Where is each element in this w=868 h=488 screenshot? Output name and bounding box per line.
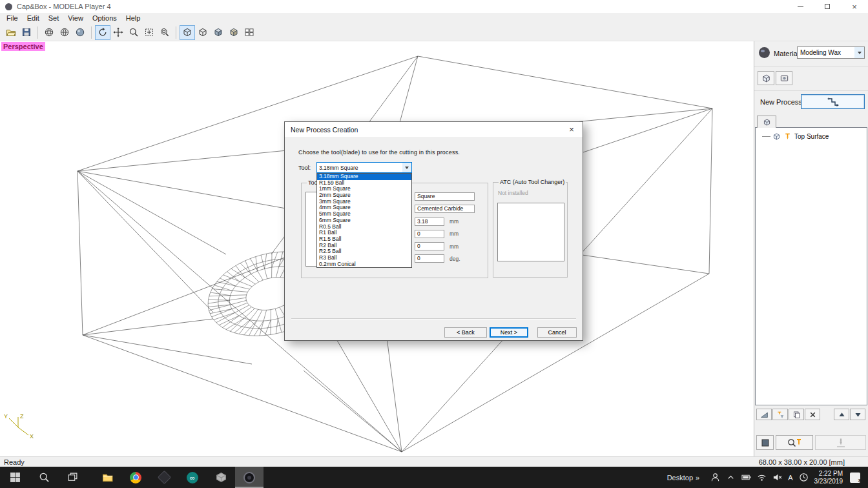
surface-ramp-button[interactable] xyxy=(756,409,772,420)
open-file-button[interactable] xyxy=(3,25,19,40)
show-hidden-icons-chevron[interactable] xyxy=(726,473,736,482)
spec-field[interactable]: 0 xyxy=(415,230,444,238)
menu-view[interactable]: View xyxy=(63,13,88,24)
cube-hidden-line-button[interactable] xyxy=(195,25,211,40)
desktop-label: Desktop xyxy=(667,474,693,482)
move-up-button[interactable] xyxy=(834,409,849,420)
overflow-chevron: » xyxy=(696,474,699,482)
taskbar-browser[interactable] xyxy=(121,467,150,488)
system-tray: Desktop » A 2:22 PM 3/23/2019 3 xyxy=(667,467,868,488)
unit-label: mm xyxy=(450,230,459,237)
clock-icon[interactable] xyxy=(799,473,809,482)
close-button[interactable]: × xyxy=(841,0,868,13)
toolpath-icon xyxy=(827,97,840,107)
taskbar-clock[interactable]: 2:22 PM 3/23/2019 xyxy=(814,470,843,485)
four-view-layout-button[interactable] xyxy=(242,25,257,40)
process-tab[interactable] xyxy=(757,116,776,128)
cube-textured-button[interactable] xyxy=(226,25,242,40)
cancel-button[interactable]: Cancel xyxy=(537,327,577,338)
new-process-dialog: New Process Creation × Choose the tool(b… xyxy=(284,121,583,341)
minimize-icon xyxy=(798,6,803,7)
action-center-button[interactable]: 3 xyxy=(849,471,862,484)
rotate-view-button[interactable] xyxy=(95,25,110,40)
spec-row: 3.18mm xyxy=(415,218,475,226)
delete-process-button[interactable] xyxy=(805,409,820,420)
start-button[interactable] xyxy=(0,467,30,488)
menu-file[interactable]: File xyxy=(2,13,23,24)
pan-view-button[interactable] xyxy=(110,25,126,40)
hidden-line-view-button[interactable] xyxy=(57,25,72,40)
taskbar-app-2[interactable]: ∞ xyxy=(178,467,207,488)
volume-muted-icon[interactable] xyxy=(772,473,782,482)
material-label: Material xyxy=(774,50,799,57)
tool-option[interactable]: 0.2mm Conical xyxy=(317,261,411,268)
modela-player-icon xyxy=(243,472,255,483)
taskbar-app-3[interactable] xyxy=(207,467,235,488)
save-button[interactable] xyxy=(19,25,34,40)
tree-branch xyxy=(762,136,770,137)
task-view-button[interactable] xyxy=(58,467,87,488)
cube-hidden-line-icon xyxy=(198,27,208,37)
material-dropdown[interactable]: Modeling Wax xyxy=(797,46,865,59)
tool-select-button[interactable] xyxy=(776,435,813,450)
minimize-button[interactable] xyxy=(787,0,814,13)
shaded-view-button[interactable] xyxy=(72,25,88,40)
spec-field[interactable]: 0 xyxy=(415,242,444,250)
move-down-button[interactable] xyxy=(850,409,865,420)
zoom-region-button[interactable] xyxy=(157,25,172,40)
spec-field[interactable]: 3.18 xyxy=(415,218,444,226)
dialog-titlebar: New Process Creation × xyxy=(285,122,583,137)
browser-icon xyxy=(130,472,141,483)
process-tree[interactable]: Top Surface xyxy=(755,127,867,405)
spec-field[interactable]: 0 xyxy=(415,254,444,263)
titlebar: Cap&Box - MODELA Player 4 × xyxy=(0,0,868,13)
spec-row: 0mm xyxy=(415,230,475,238)
menu-edit[interactable]: Edit xyxy=(23,13,44,24)
tool-dropdown[interactable]: 3.18mm Square xyxy=(316,162,412,173)
cube-shaded-button[interactable] xyxy=(211,25,226,40)
back-button[interactable]: < Back xyxy=(444,327,487,338)
menu-help[interactable]: Help xyxy=(121,13,145,24)
origin-settings-button[interactable] xyxy=(776,71,792,85)
new-process-button[interactable] xyxy=(801,94,865,109)
pan-view-icon xyxy=(113,27,123,37)
copy-process-button[interactable] xyxy=(789,409,804,420)
tree-item-top-surface[interactable]: Top Surface xyxy=(762,132,829,141)
spec-row: 0deg. xyxy=(415,254,475,263)
model-settings-button[interactable] xyxy=(758,71,774,85)
dialog-close-button[interactable]: × xyxy=(561,122,583,137)
tool-setting-button[interactable] xyxy=(772,409,788,420)
task-view-icon xyxy=(67,472,78,483)
cube-wireframe-button[interactable] xyxy=(180,25,195,40)
taskbar-app-1[interactable] xyxy=(150,467,178,488)
start-cutting-button[interactable] xyxy=(815,435,866,450)
open-folder-icon xyxy=(6,27,16,37)
search-button[interactable] xyxy=(30,467,58,488)
taskbar-file-explorer[interactable] xyxy=(93,467,121,488)
spec-field[interactable]: Cemented Carbide xyxy=(415,205,475,213)
zoom-view-button[interactable] xyxy=(126,25,141,40)
battery-icon[interactable] xyxy=(741,473,751,482)
ime-indicator[interactable]: A xyxy=(788,474,792,482)
wireframe-view-button[interactable] xyxy=(41,25,57,40)
people-icon[interactable] xyxy=(710,473,720,482)
taskbar-modela-player[interactable] xyxy=(235,467,264,488)
next-button[interactable]: Next > xyxy=(490,327,528,338)
dialog-divider xyxy=(291,318,576,320)
preview-button[interactable] xyxy=(756,435,774,450)
menubar: FileEditSetViewOptionsHelp xyxy=(0,13,868,24)
menu-set[interactable]: Set xyxy=(44,13,64,24)
maximize-button[interactable] xyxy=(814,0,841,13)
menu-options[interactable]: Options xyxy=(88,13,121,24)
atc-group-label: ATC (Auto Tool Changer) xyxy=(499,179,566,185)
fit-view-button[interactable] xyxy=(141,25,157,40)
move-up-icon xyxy=(838,411,846,419)
move-down-icon xyxy=(854,411,862,419)
chevron-down-icon xyxy=(854,47,864,58)
four-view-layout-icon xyxy=(244,27,254,37)
spec-field[interactable]: Square xyxy=(415,192,475,201)
app2-infinity-icon: ∞ xyxy=(187,472,198,483)
origin-settings-icon xyxy=(780,74,789,83)
wifi-icon[interactable] xyxy=(757,473,767,482)
desktop-toolbar[interactable]: Desktop » xyxy=(667,474,699,482)
